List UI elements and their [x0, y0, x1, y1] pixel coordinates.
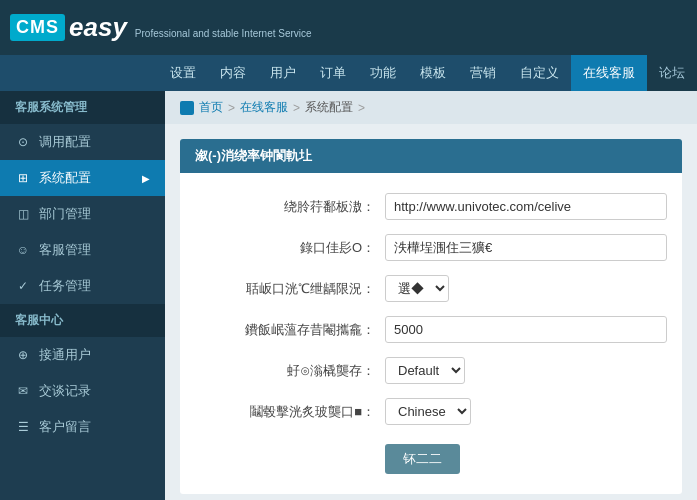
breadcrumb-sep1: > [228, 101, 235, 115]
config-panel: 溆(-)消绕率钟閬軌圵 绕朎荇鄱板滶： 錄⼝佳髟O： [180, 139, 682, 494]
sidebar-item-label: 交谈记录 [39, 382, 91, 400]
server-url-input[interactable] [385, 193, 667, 220]
status-select[interactable]: 選◆ [385, 275, 449, 302]
agent-icon: ☺ [15, 242, 31, 258]
form-control-default: Default [385, 357, 667, 384]
logo-tagline: Professional and stable Internet Service [135, 28, 312, 43]
form-row-default: 虸⊙滃橇龑存： Default [195, 357, 667, 384]
grid-icon: ⊞ [15, 170, 31, 186]
header: CMS easy Professional and stable Interne… [0, 0, 697, 55]
sidebar-item-label: 任务管理 [39, 277, 91, 295]
sidebar-item-label: 客服管理 [39, 241, 91, 259]
save-button[interactable]: 钚二二 [385, 444, 460, 474]
nav-item-orders[interactable]: 订单 [308, 55, 358, 91]
panel-title: 溆(-)消绕率钟閬軌圵 [180, 139, 682, 173]
form-control-login-key [385, 234, 667, 261]
content-area: 首页 > 在线客服 > 系统配置 > 溆(-)消绕率钟閬軌圵 绕朎荇鄱板滶： [165, 91, 697, 500]
label-language: 鬮毂擊洸炙玻龑⼝■： [195, 403, 375, 421]
breadcrumb: 首页 > 在线客服 > 系统配置 > [165, 91, 697, 124]
nav-item-forum[interactable]: 论坛 [647, 55, 697, 91]
sidebar-item-chat-history[interactable]: ✉ 交谈记录 [0, 373, 165, 409]
label-interval: 鐨飯岷薀存昔閹攜龕： [195, 321, 375, 339]
logo-cms: CMS [10, 14, 65, 41]
default-select[interactable]: Default [385, 357, 465, 384]
sidebar: 客服系统管理 ⊙ 调用配置 ⊞ 系统配置 ▶ ◫ 部门管理 ☺ 客服管理 ✓ 任… [0, 91, 165, 500]
logo-easy: easy [69, 12, 127, 43]
form-row-server-url: 绕朎荇鄱板滶： [195, 193, 667, 220]
form-row-status: 聒岅⼝洸℃绁龋限況： 選◆ [195, 275, 667, 302]
form-control-interval [385, 316, 667, 343]
breadcrumb-sep2: > [293, 101, 300, 115]
sidebar-item-agent-mgmt[interactable]: ☺ 客服管理 [0, 232, 165, 268]
login-key-input[interactable] [385, 234, 667, 261]
sidebar-item-label: 接通用户 [39, 346, 91, 364]
nav-item-content[interactable]: 内容 [208, 55, 258, 91]
breadcrumb-current: 系统配置 [305, 99, 353, 116]
settings-icon: ⊙ [15, 134, 31, 150]
page-content: 溆(-)消绕率钟閬軌圵 绕朎荇鄱板滶： 錄⼝佳髟O： [165, 124, 697, 500]
form-row-login-key: 錄⼝佳髟O： [195, 234, 667, 261]
nav-item-custom[interactable]: 自定义 [508, 55, 571, 91]
interval-input[interactable] [385, 316, 667, 343]
sidebar-item-connected-users[interactable]: ⊕ 接通用户 [0, 337, 165, 373]
sidebar-section-title-1: 客服系统管理 [0, 91, 165, 124]
connect-icon: ⊕ [15, 347, 31, 363]
form-row-language: 鬮毂擊洸炙玻龑⼝■： Chinese [195, 398, 667, 425]
form-actions: 钚二二 [195, 439, 667, 474]
language-select[interactable]: Chinese [385, 398, 471, 425]
sidebar-item-sys-config[interactable]: ⊞ 系统配置 ▶ [0, 160, 165, 196]
label-default: 虸⊙滃橇龑存： [195, 362, 375, 380]
breadcrumb-livechat-link[interactable]: 在线客服 [240, 99, 288, 116]
nav-item-users[interactable]: 用户 [258, 55, 308, 91]
nav-item-settings[interactable]: 设置 [158, 55, 208, 91]
nav-item-marketing[interactable]: 营销 [458, 55, 508, 91]
breadcrumb-sep3: > [358, 101, 365, 115]
breadcrumb-home-link[interactable]: 首页 [199, 99, 223, 116]
nav-item-functions[interactable]: 功能 [358, 55, 408, 91]
home-icon [180, 101, 194, 115]
label-login-key: 錄⼝佳髟O： [195, 239, 375, 257]
main-layout: 客服系统管理 ⊙ 调用配置 ⊞ 系统配置 ▶ ◫ 部门管理 ☺ 客服管理 ✓ 任… [0, 91, 697, 500]
chat-icon: ✉ [15, 383, 31, 399]
form-row-interval: 鐨飯岷薀存昔閹攜龕： [195, 316, 667, 343]
sidebar-item-label: 部门管理 [39, 205, 91, 223]
arrow-icon: ▶ [142, 173, 150, 184]
panel-body: 绕朎荇鄱板滶： 錄⼝佳髟O： 聒岅⼝洸℃绁龋限況： [180, 173, 682, 494]
sidebar-item-call-config[interactable]: ⊙ 调用配置 [0, 124, 165, 160]
sidebar-item-label: 调用配置 [39, 133, 91, 151]
sidebar-item-label: 客户留言 [39, 418, 91, 436]
label-server-url: 绕朎荇鄱板滶： [195, 198, 375, 216]
nav-item-templates[interactable]: 模板 [408, 55, 458, 91]
message-icon: ☰ [15, 419, 31, 435]
form-control-server-url [385, 193, 667, 220]
sidebar-section-title-2: 客服中心 [0, 304, 165, 337]
label-status: 聒岅⼝洸℃绁龋限況： [195, 280, 375, 298]
sidebar-item-task-mgmt[interactable]: ✓ 任务管理 [0, 268, 165, 304]
form-control-language: Chinese [385, 398, 667, 425]
top-nav: 设置 内容 用户 订单 功能 模板 营销 自定义 在线客服 论坛 [0, 55, 697, 91]
sidebar-item-dept-mgmt[interactable]: ◫ 部门管理 [0, 196, 165, 232]
dept-icon: ◫ [15, 206, 31, 222]
nav-item-livechat[interactable]: 在线客服 [571, 55, 647, 91]
logo: CMS easy Professional and stable Interne… [10, 12, 312, 43]
sidebar-item-label: 系统配置 [39, 169, 91, 187]
task-icon: ✓ [15, 278, 31, 294]
sidebar-item-customer-messages[interactable]: ☰ 客户留言 [0, 409, 165, 445]
form-control-status: 選◆ [385, 275, 667, 302]
